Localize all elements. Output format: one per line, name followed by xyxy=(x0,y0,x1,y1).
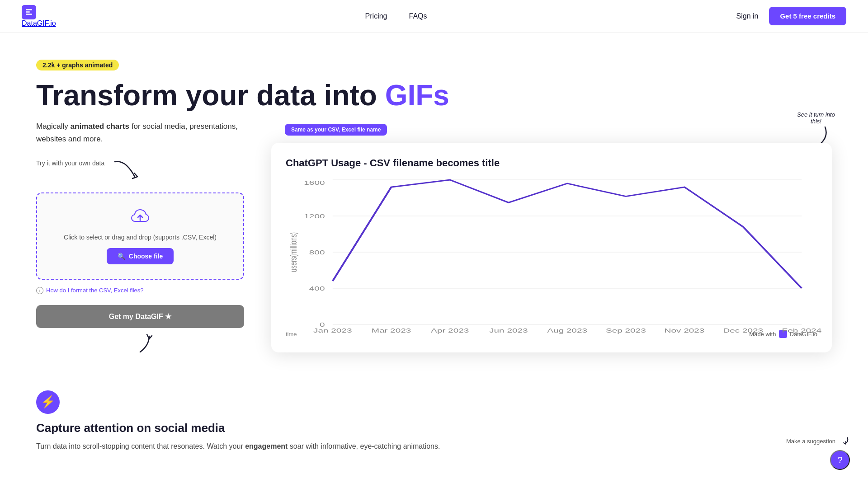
choose-file-label: Choose file xyxy=(129,253,163,260)
feature-title: Capture attention on social media xyxy=(36,421,832,435)
svg-text:Nov 2023: Nov 2023 xyxy=(665,327,705,334)
suggestion-arrow-icon xyxy=(839,436,850,446)
nav-right: Sign in Get 5 free credits xyxy=(736,7,846,25)
svg-text:800: 800 xyxy=(309,249,325,256)
nav-pricing[interactable]: Pricing xyxy=(365,12,387,20)
svg-text:1200: 1200 xyxy=(304,212,325,220)
nav-faqs[interactable]: FAQs xyxy=(409,12,427,20)
lightning-icon: ⚡ xyxy=(41,395,55,409)
x-axis-label: time xyxy=(286,331,297,338)
feature-desc-end: soar with informative, eye-catching anim… xyxy=(288,442,440,450)
question-mark-icon: ? xyxy=(837,455,842,465)
svg-text:users(millions): users(millions) xyxy=(288,232,299,272)
navbar: DataGIF.io Pricing FAQs Sign in Get 5 fr… xyxy=(0,0,868,33)
svg-text:Sep 2023: Sep 2023 xyxy=(606,327,646,334)
svg-text:400: 400 xyxy=(309,285,325,292)
suggestion-label-row: Make a suggestion xyxy=(786,436,850,446)
bottom-arrow-icon xyxy=(124,332,156,354)
suggestion-widget: Make a suggestion ? xyxy=(786,436,850,470)
features-section: ⚡ Capture attention on social media Turn… xyxy=(0,354,868,488)
get-credits-button[interactable]: Get 5 free credits xyxy=(769,7,846,25)
feature-desc-bold: engagement xyxy=(245,442,288,450)
svg-text:Mar 2023: Mar 2023 xyxy=(372,327,411,334)
logo-text: DataGIF.io xyxy=(22,19,56,27)
help-text: How do I format the CSV, Excel files? xyxy=(46,287,144,294)
hero-right: See it turn into this! Same as your CSV,… xyxy=(271,111,832,352)
svg-text:Feb 2024: Feb 2024 xyxy=(782,327,822,334)
logo-icon xyxy=(22,5,36,19)
svg-text:Aug 2023: Aug 2023 xyxy=(547,327,587,334)
chart-title: ChatGPT Usage - CSV filename becomes tit… xyxy=(286,157,817,169)
sign-in-link[interactable]: Sign in xyxy=(736,12,759,20)
svg-text:Dec 2023: Dec 2023 xyxy=(723,327,763,334)
svg-text:1600: 1600 xyxy=(304,179,325,187)
see-it-text: See it turn into this! xyxy=(796,111,836,125)
hero-section: 2.2k + graphs animated Transform your da… xyxy=(0,33,868,354)
hero-headline: Transform your data into GIFs xyxy=(36,80,832,111)
svg-text:Apr 2023: Apr 2023 xyxy=(431,327,469,334)
logo-svg xyxy=(24,8,33,17)
upload-dropzone[interactable]: Click to select or drag and drop (suppor… xyxy=(36,192,244,280)
hero-description: Magically animated charts for social med… xyxy=(36,120,244,145)
desc-bold: animated charts xyxy=(71,122,129,131)
try-label-text: Try it with your own data xyxy=(36,160,104,167)
upload-instruction-text: Click to select or drag and drop (suppor… xyxy=(46,234,234,241)
tooltip-text: Same as your CSV, Excel file name xyxy=(291,127,381,133)
upload-cloud-icon xyxy=(46,208,234,228)
generate-label: Get my DataGIF ★ xyxy=(109,312,171,321)
hero-body: Magically animated charts for social med… xyxy=(36,111,832,354)
feature-icon: ⚡ xyxy=(36,390,60,414)
headline-gifs: GIFs xyxy=(385,79,449,112)
search-icon: 🔍 xyxy=(118,253,125,260)
curved-arrow-icon xyxy=(113,160,140,182)
desc-start: Magically xyxy=(36,122,71,131)
stats-badge: 2.2k + graphs animated xyxy=(36,60,119,70)
feature-desc: Turn data into scroll-stopping content t… xyxy=(36,441,832,452)
info-icon: i xyxy=(36,287,43,294)
choose-file-button[interactable]: 🔍 Choose file xyxy=(107,248,174,264)
tooltip-badge: Same as your CSV, Excel file name xyxy=(285,124,387,136)
generate-button[interactable]: Get my DataGIF ★ xyxy=(36,305,244,328)
feature-social-media: ⚡ Capture attention on social media Turn… xyxy=(36,390,832,452)
feature-desc-start: Turn data into scroll-stopping content t… xyxy=(36,442,245,450)
try-arrow-icon xyxy=(113,160,140,185)
chart-card: ChatGPT Usage - CSV filename becomes tit… xyxy=(271,143,832,352)
suggestion-button[interactable]: ? xyxy=(830,450,850,470)
help-link[interactable]: i How do I format the CSV, Excel files? xyxy=(36,287,244,294)
try-label-wrap: Try it with your own data xyxy=(36,160,244,185)
chart-wrap: 0 400 800 1200 1600 users(millions) Jan … xyxy=(286,180,817,324)
svg-text:Jun 2023: Jun 2023 xyxy=(489,327,528,334)
nav-logo[interactable]: DataGIF.io xyxy=(22,5,56,28)
svg-text:Jan 2023: Jan 2023 xyxy=(313,327,352,334)
line-chart: 0 400 800 1200 1600 users(millions) Jan … xyxy=(286,180,817,324)
suggestion-label-text: Make a suggestion xyxy=(786,438,835,445)
headline-start: Transform your data into xyxy=(36,79,385,112)
bottom-arrow-wrap xyxy=(36,332,244,354)
nav-links: Pricing FAQs xyxy=(365,12,427,20)
hero-left: Magically animated charts for social med… xyxy=(36,111,244,354)
feature-title-text: Capture attention on social media xyxy=(36,421,225,435)
